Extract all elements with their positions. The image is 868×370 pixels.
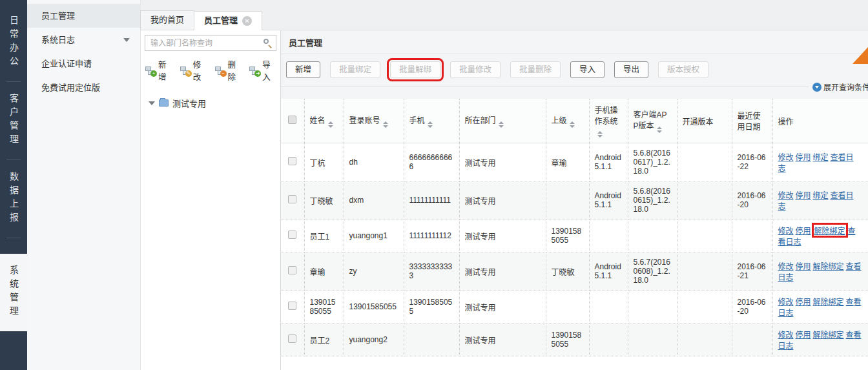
toolbar-button-1[interactable]: 新增 xyxy=(286,61,320,78)
tree-tool-label: 修改 xyxy=(193,58,207,83)
toolbar-button-7[interactable]: 导出 xyxy=(614,61,648,78)
cell-superior: 13901585055 xyxy=(546,220,589,252)
sort-icon[interactable] xyxy=(428,121,433,128)
cell-dept: 测试专用 xyxy=(459,252,546,291)
magnifier-icon[interactable] xyxy=(264,39,272,47)
sort-icon[interactable] xyxy=(499,121,504,128)
cell-last_used xyxy=(732,324,772,356)
select-all-checkbox[interactable] xyxy=(288,116,296,124)
op-link-修改[interactable]: 修改 xyxy=(778,262,794,271)
toolbar-button-2: 批量绑定 xyxy=(330,61,380,78)
op-link-停用[interactable]: 停用 xyxy=(796,153,811,162)
rail-divider xyxy=(6,159,21,160)
op-link-修改[interactable]: 修改 xyxy=(778,227,794,236)
op-link-解除绑定[interactable]: 解除绑定 xyxy=(812,223,848,238)
row-select-cell xyxy=(281,252,304,291)
sort-icon[interactable] xyxy=(570,121,575,128)
row-checkbox[interactable] xyxy=(288,302,296,310)
rail-item-3[interactable]: 数据上报 xyxy=(0,170,27,227)
content-area: 我的首页员工管理✕ +新增✎修改−删除➜导入 测试专用 员工管理 新增批量绑定批… xyxy=(141,0,868,370)
op-link-停用[interactable]: 停用 xyxy=(796,191,811,200)
menu-item-1[interactable]: 员工管理 xyxy=(27,4,140,28)
menu-item-4[interactable]: 免费试用定位版 xyxy=(27,76,140,99)
menu-item-2[interactable]: 系统日志 xyxy=(27,28,140,52)
row-select-cell xyxy=(281,291,304,324)
column-header-6: 手机操作系统 xyxy=(589,99,628,143)
op-link-停用[interactable]: 停用 xyxy=(796,227,811,236)
op-link-解除绑定[interactable]: 解除绑定 xyxy=(813,298,844,307)
op-link-修改[interactable]: 修改 xyxy=(778,191,794,200)
op-link-解除绑定[interactable]: 解除绑定 xyxy=(813,331,844,340)
tab-1[interactable]: 我的首页 xyxy=(140,10,194,30)
sort-up-icon xyxy=(428,121,433,124)
sort-down-icon xyxy=(428,125,433,128)
cell-os: Android 5.1.1 xyxy=(589,181,628,220)
sort-icon[interactable] xyxy=(597,131,603,138)
row-checkbox[interactable] xyxy=(288,334,296,343)
sort-up-icon xyxy=(597,131,603,134)
row-checkbox[interactable] xyxy=(288,157,296,165)
module-menu: 员工管理系统日志企业认证申请免费试用定位版 xyxy=(27,0,141,370)
op-link-修改[interactable]: 修改 xyxy=(778,153,794,162)
cell-operations: 修改停用解除绑定查看日志 xyxy=(772,220,868,252)
table-row: 员工1yuangong111111111112测试专用13901585055修改… xyxy=(281,220,868,252)
op-link-修改[interactable]: 修改 xyxy=(778,298,794,307)
op-link-绑定[interactable]: 绑定 xyxy=(813,153,829,162)
table-row: 丁杭dh66666666666测试专用章瑜Android 5.1.15.6.8(… xyxy=(281,143,868,181)
cell-app_version: 5.6.8(20160617)_1.2.18.0 xyxy=(628,143,677,181)
rail-item-label: 日常办公 xyxy=(7,15,20,70)
cell-os xyxy=(589,291,628,324)
tool-badge-icon: + xyxy=(150,70,157,77)
op-link-修改[interactable]: 修改 xyxy=(778,331,794,340)
cell-superior xyxy=(546,181,589,220)
cell-open_version xyxy=(677,252,732,291)
tree-tool-2[interactable]: ✎修改 xyxy=(180,58,207,83)
row-checkbox[interactable] xyxy=(288,195,296,203)
tree-node-label[interactable]: 测试专用 xyxy=(172,97,206,109)
op-link-停用[interactable]: 停用 xyxy=(796,262,811,271)
column-header-label: 上级 xyxy=(552,116,567,125)
tree-tool-1[interactable]: +新增 xyxy=(145,58,172,83)
cell-superior: 13901585055 xyxy=(546,324,589,356)
rail-item-label: 客户管理 xyxy=(7,94,20,148)
sort-up-icon xyxy=(499,121,504,124)
tree-collapse-caret-icon[interactable] xyxy=(149,101,155,105)
department-search-input[interactable] xyxy=(145,35,276,51)
tree-tool-4[interactable]: ➜导入 xyxy=(249,58,276,83)
op-link-绑定[interactable]: 绑定 xyxy=(813,191,829,200)
cell-name: 丁晓敏 xyxy=(304,181,344,220)
sort-down-icon xyxy=(328,125,333,128)
op-link-解除绑定[interactable]: 解除绑定 xyxy=(813,262,844,271)
row-checkbox[interactable] xyxy=(288,266,296,274)
cell-open_version xyxy=(677,143,732,181)
row-checkbox[interactable] xyxy=(288,231,296,239)
rail-item-1[interactable]: 日常办公 xyxy=(0,14,27,71)
column-header-label: 手机操作系统 xyxy=(595,106,618,126)
toolbar-button-6[interactable]: 导入 xyxy=(570,61,604,78)
op-link-停用[interactable]: 停用 xyxy=(796,331,811,340)
cell-name: 员工2 xyxy=(304,324,344,356)
table-body: 丁杭dh66666666666测试专用章瑜Android 5.1.15.6.8(… xyxy=(281,143,868,356)
rail-item-4[interactable]: 系统管理 xyxy=(0,254,27,331)
cell-os: Android 5.1.1 xyxy=(589,143,628,181)
sort-icon[interactable] xyxy=(383,121,388,128)
menu-item-3[interactable]: 企业认证申请 xyxy=(27,52,140,76)
sort-icon[interactable] xyxy=(328,121,333,128)
tree-node-root[interactable]: 测试专用 xyxy=(141,89,280,109)
sort-icon[interactable] xyxy=(657,127,662,133)
rail-item-2[interactable]: 客户管理 xyxy=(0,92,27,149)
op-link-停用[interactable]: 停用 xyxy=(796,298,811,307)
tool-badge-icon: ✎ xyxy=(185,70,192,77)
row-select-cell xyxy=(281,220,304,252)
close-icon[interactable]: ✕ xyxy=(242,16,252,26)
cell-operations: 修改停用解除绑定查看日志 xyxy=(772,252,868,291)
cell-dept: 测试专用 xyxy=(459,143,546,181)
org-chart-icon: ✎ xyxy=(180,66,191,76)
column-header-label: 客户端APP版本 xyxy=(634,110,667,130)
cell-phone: 66666666666 xyxy=(404,143,459,181)
row-select-cell xyxy=(281,324,304,356)
tab-2[interactable]: 员工管理✕ xyxy=(194,11,262,30)
expand-query-toggle[interactable]: 展开查询条件 xyxy=(809,81,868,92)
tree-tool-3[interactable]: −删除 xyxy=(215,58,242,83)
cell-dept: 测试专用 xyxy=(459,220,546,252)
